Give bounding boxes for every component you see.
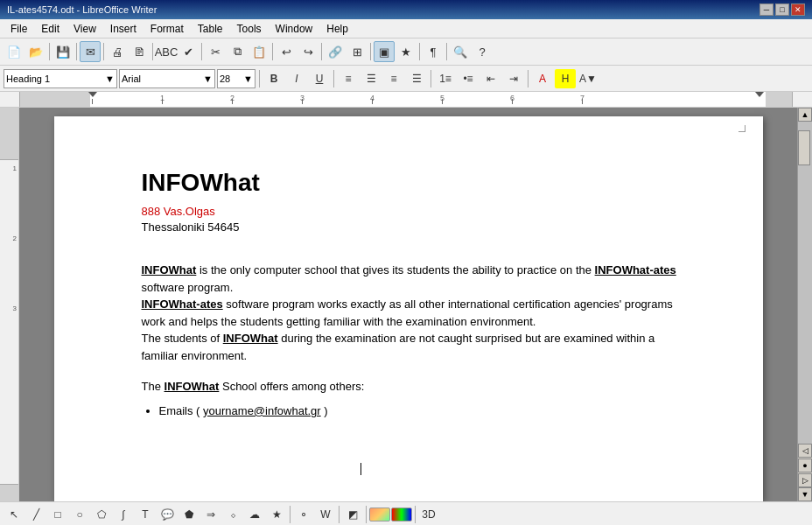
rect-button[interactable]: □ bbox=[47, 505, 68, 524]
table-button[interactable]: ⊞ bbox=[346, 41, 368, 62]
highlight-button[interactable]: H bbox=[555, 69, 576, 88]
callouts-button[interactable]: ☁ bbox=[244, 505, 265, 524]
textbox-button[interactable]: ▣ bbox=[374, 41, 395, 62]
page-container[interactable]: INFOWhat 888 Vas.Olgas Thessaloniki 5464… bbox=[19, 108, 797, 501]
style-selector[interactable]: Heading 1 ▼ bbox=[4, 69, 117, 88]
menu-table[interactable]: Table bbox=[191, 21, 230, 37]
horizontal-ruler: 1 2 3 4 5 6 7 bbox=[0, 92, 812, 108]
line-color-button[interactable] bbox=[391, 508, 412, 522]
scroll-down-button[interactable]: ▼ bbox=[798, 487, 812, 501]
increase-indent-button[interactable]: ⇥ bbox=[503, 69, 524, 88]
extrusion-button[interactable]: 3D bbox=[418, 505, 439, 524]
left-ruler: 1 2 3 bbox=[0, 108, 19, 501]
email-button[interactable]: ✉ bbox=[80, 41, 101, 62]
align-center-button[interactable]: ☰ bbox=[360, 69, 382, 88]
infowhat-ates2: INFOWhat-ates bbox=[142, 298, 223, 311]
menu-view[interactable]: View bbox=[66, 21, 103, 37]
menu-insert[interactable]: Insert bbox=[103, 21, 144, 37]
titlebar: IL-ates4574.odt - LibreOffice Writer ─ □… bbox=[0, 0, 812, 19]
star-button[interactable]: ★ bbox=[396, 41, 416, 62]
scroll-up-button[interactable]: ▲ bbox=[798, 108, 812, 122]
scroll-prev-button[interactable]: ◁ bbox=[798, 444, 812, 458]
stars-button[interactable]: ★ bbox=[266, 505, 287, 524]
printpreview-button[interactable]: 🖹 bbox=[129, 41, 150, 62]
fontwork-button[interactable]: W bbox=[315, 505, 336, 524]
copy-button[interactable]: ⧉ bbox=[227, 41, 248, 62]
main-area: 1 2 3 INFOWhat 888 Vas.Olgas Thessalonik… bbox=[0, 108, 812, 501]
sep-fmt2 bbox=[333, 70, 334, 88]
corner-mark bbox=[738, 125, 746, 132]
underline-button[interactable]: U bbox=[309, 69, 330, 88]
redo-button[interactable]: ↪ bbox=[298, 41, 318, 62]
formatting-marks-button[interactable]: ¶ bbox=[423, 41, 444, 62]
sep7 bbox=[321, 43, 322, 60]
open-button[interactable]: 📂 bbox=[25, 41, 46, 62]
hyperlink-button[interactable]: 🔗 bbox=[325, 41, 346, 62]
line-button[interactable]: ╱ bbox=[25, 505, 46, 524]
document-body[interactable]: INFOWhat is the only computer school tha… bbox=[142, 262, 693, 419]
sep4 bbox=[152, 43, 153, 60]
ellipse-button[interactable]: ○ bbox=[69, 505, 90, 524]
select-button[interactable]: ↖ bbox=[4, 505, 24, 524]
document-heading: INFOWhat bbox=[142, 169, 693, 197]
menu-window[interactable]: Window bbox=[269, 21, 320, 37]
bullets-button[interactable]: •≡ bbox=[458, 69, 479, 88]
italic-button[interactable]: I bbox=[286, 69, 307, 88]
menu-edit[interactable]: Edit bbox=[34, 21, 66, 37]
spellcheck-button[interactable]: ABC bbox=[156, 41, 177, 62]
curve-button[interactable]: ∫ bbox=[113, 505, 134, 524]
close-button[interactable]: ✕ bbox=[791, 4, 805, 16]
align-right-button[interactable]: ≡ bbox=[383, 69, 404, 88]
paragraph3: The students of INFOWhat during the exam… bbox=[142, 330, 693, 364]
font-selector[interactable]: Arial ▼ bbox=[119, 69, 215, 88]
save-button[interactable]: 💾 bbox=[52, 41, 74, 62]
shadow-button[interactable]: ◩ bbox=[342, 505, 363, 524]
bold-button[interactable]: B bbox=[263, 69, 284, 88]
polygon-button[interactable]: ⬠ bbox=[91, 505, 112, 524]
list-item-email: Emails ( yourname@infowhat.gr ) bbox=[159, 402, 693, 420]
paragraph2: INFOWhat-ates software program works exa… bbox=[142, 296, 693, 330]
titlebar-title: IL-ates4574.odt - LibreOffice Writer bbox=[7, 4, 760, 15]
address-line1: 888 Vas.Olgas bbox=[142, 204, 693, 220]
menu-file[interactable]: File bbox=[4, 21, 34, 37]
vertical-scrollbar[interactable]: ▲ ◁ ● ▷ ▼ bbox=[797, 108, 812, 501]
area-color-button[interactable] bbox=[369, 508, 390, 522]
scroll-thumb[interactable] bbox=[798, 130, 810, 165]
decrease-indent-button[interactable]: ⇤ bbox=[480, 69, 501, 88]
find-button[interactable]: 🔍 bbox=[450, 41, 471, 62]
char-color-button[interactable]: A bbox=[532, 69, 553, 88]
align-left-button[interactable]: ≡ bbox=[338, 69, 359, 88]
flowchart-button[interactable]: ⬦ bbox=[222, 505, 243, 524]
points-button[interactable]: ⚬ bbox=[293, 505, 314, 524]
sep5 bbox=[201, 43, 202, 60]
email-link: yourname@infowhat.gr bbox=[203, 404, 321, 417]
font-value: Arial bbox=[122, 74, 141, 84]
basicshapes-button[interactable]: ⬟ bbox=[178, 505, 200, 524]
scroll-target-button[interactable]: ● bbox=[798, 458, 812, 472]
numbering-button[interactable]: 1≡ bbox=[435, 69, 456, 88]
text-draw-button[interactable]: T bbox=[135, 505, 156, 524]
print-button[interactable]: 🖨 bbox=[107, 41, 128, 62]
scroll-track[interactable] bbox=[798, 122, 812, 444]
cut-button[interactable]: ✂ bbox=[205, 41, 226, 62]
fontcolor-button[interactable]: A▼ bbox=[578, 69, 598, 88]
undo-button[interactable]: ↩ bbox=[276, 41, 297, 62]
paste-button[interactable]: 📋 bbox=[248, 41, 270, 62]
callout-button[interactable]: 💬 bbox=[157, 505, 178, 524]
blockarrows-button[interactable]: ⇒ bbox=[200, 505, 221, 524]
scroll-next-button[interactable]: ▷ bbox=[798, 473, 812, 487]
document-page[interactable]: INFOWhat 888 Vas.Olgas Thessaloniki 5464… bbox=[54, 116, 763, 501]
menu-tools[interactable]: Tools bbox=[230, 21, 269, 37]
size-selector[interactable]: 28 ▼ bbox=[217, 69, 256, 88]
address-line2: Thessaloniki 54645 bbox=[142, 220, 693, 235]
maximize-button[interactable]: □ bbox=[775, 4, 789, 16]
autocorrect-button[interactable]: ✔ bbox=[178, 41, 199, 62]
help-button[interactable]: ? bbox=[472, 41, 493, 62]
minimize-button[interactable]: ─ bbox=[760, 4, 774, 16]
new-button[interactable]: 📄 bbox=[4, 41, 24, 62]
justify-button[interactable]: ☰ bbox=[406, 69, 427, 88]
menu-format[interactable]: Format bbox=[144, 21, 191, 37]
menu-help[interactable]: Help bbox=[319, 21, 355, 37]
sep-fmt1 bbox=[259, 70, 260, 88]
address-red-text: 888 Vas.Olgas bbox=[142, 205, 215, 218]
